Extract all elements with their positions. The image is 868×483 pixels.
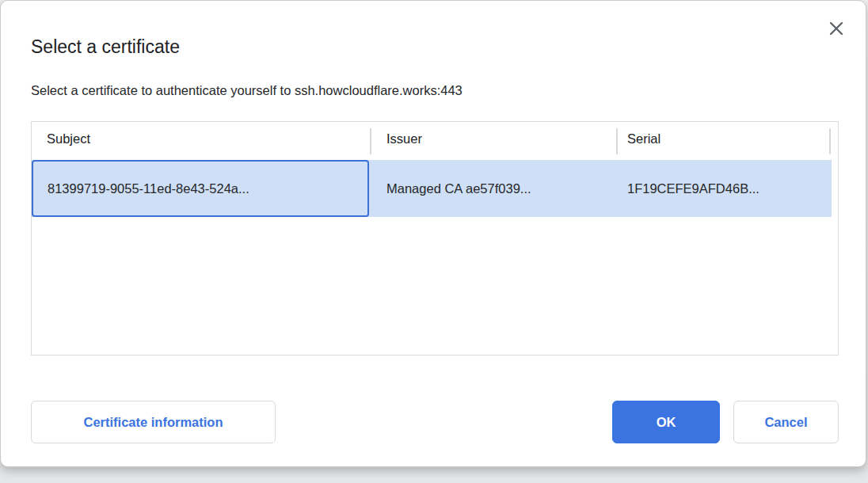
column-divider (370, 128, 371, 154)
table-header-row: Subject Issuer Serial (32, 122, 838, 160)
column-header-issuer: Issuer (386, 131, 422, 146)
cancel-button[interactable]: Cancel (733, 401, 839, 443)
cell-issuer[interactable]: Managed CA ae57f039... (386, 160, 531, 217)
serial-value: 1F19CEFE9AFD46B... (627, 181, 760, 196)
column-divider (829, 128, 831, 154)
dialog-title: Select a certificate (31, 36, 180, 58)
column-divider (616, 128, 618, 154)
ok-button[interactable]: OK (612, 401, 720, 443)
close-button[interactable] (824, 17, 848, 40)
subject-value: 81399719-9055-11ed-8e43-524a... (48, 181, 249, 196)
close-icon (828, 20, 845, 37)
column-header-serial: Serial (627, 131, 661, 146)
certificate-table: Subject Issuer Serial 81399719-9055-11ed… (31, 121, 839, 356)
cell-serial[interactable]: 1F19CEFE9AFD46B... (627, 160, 760, 217)
certificate-row-selected[interactable]: 81399719-9055-11ed-8e43-524a... Managed … (32, 160, 838, 217)
issuer-value: Managed CA ae57f039... (386, 181, 531, 196)
certificate-information-button[interactable]: Certificate information (31, 401, 276, 443)
column-header-subject: Subject (47, 131, 90, 146)
select-certificate-dialog: Select a certificate Select a certificat… (0, 0, 866, 467)
cell-subject[interactable]: 81399719-9055-11ed-8e43-524a... (32, 160, 369, 217)
dialog-subtitle: Select a certificate to authenticate you… (31, 83, 463, 98)
